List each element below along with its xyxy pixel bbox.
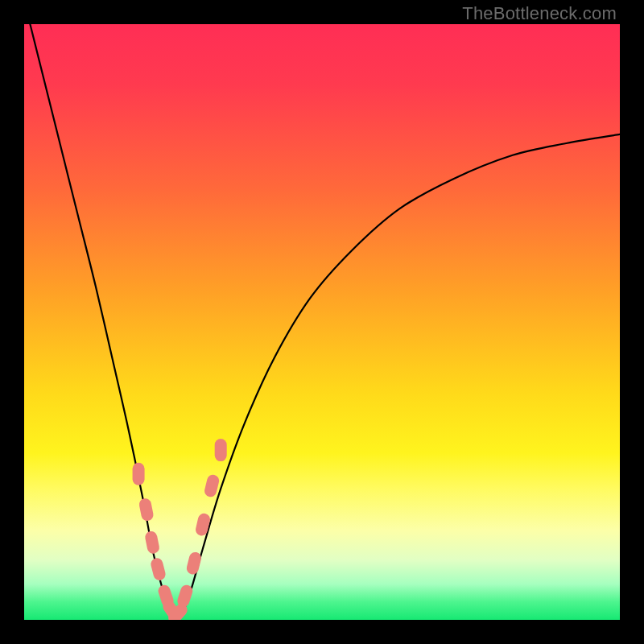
curve-layer: [24, 24, 620, 620]
marker-point: [138, 497, 155, 522]
marker-point: [215, 439, 227, 461]
marker-point: [150, 557, 167, 582]
marker-point: [144, 530, 160, 555]
marker-point: [133, 463, 145, 485]
watermark-text: TheBottleneck.com: [462, 3, 617, 24]
marker-point: [185, 551, 202, 576]
marker-group: [133, 439, 227, 620]
bottleneck-curve: [30, 24, 620, 620]
plot-area: [24, 24, 620, 620]
marker-point: [204, 473, 221, 498]
marker-point: [195, 512, 212, 537]
outer-frame: TheBottleneck.com: [0, 0, 644, 644]
